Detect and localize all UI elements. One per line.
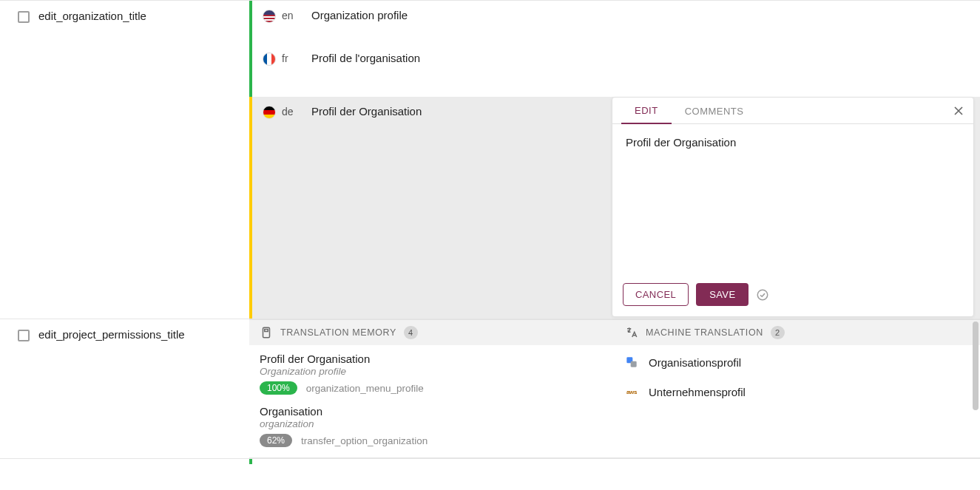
mt-item[interactable]: Organisationsprofil — [625, 353, 970, 372]
translations-column: en Organization profile fr Profil de l'o… — [249, 1, 980, 319]
tm-item-title: Profil der Organisation — [260, 353, 604, 365]
tm-item-source: organization — [260, 418, 604, 429]
translation-text: Profil de l'organisation — [311, 51, 968, 64]
tab-comments[interactable]: COMMENTS — [672, 98, 757, 123]
tm-item-key: organization_menu_profile — [306, 383, 424, 394]
mt-text: Organisationsprofil — [649, 356, 741, 369]
scrollbar[interactable] — [973, 321, 979, 410]
close-icon[interactable] — [951, 103, 966, 118]
svg-rect-4 — [631, 361, 637, 367]
lang-code: de — [282, 106, 311, 118]
tm-column: TRANSLATION MEMORY 4 Profil der Organisa… — [249, 320, 615, 457]
status-bar — [249, 44, 252, 97]
match-score: 62% — [260, 434, 292, 447]
key-cell: edit_organization_title — [0, 1, 249, 319]
flag-de-icon — [263, 106, 276, 119]
save-button[interactable]: SAVE — [696, 283, 748, 306]
match-score: 100% — [260, 381, 297, 395]
tm-header-label: TRANSLATION MEMORY — [280, 327, 396, 338]
tm-item[interactable]: Profil der Organisation Organization pro… — [260, 353, 604, 395]
translations-column: TRANSLATION MEMORY 4 Profil der Organisa… — [249, 319, 980, 458]
mt-column: MACHINE TRANSLATION 2 Organisationsprofi… — [615, 320, 980, 457]
key-row: edit_organization_title en Organization … — [0, 0, 980, 319]
tm-count: 4 — [404, 326, 418, 339]
svg-rect-2 — [265, 330, 268, 332]
mt-body: Organisationsprofil aws Unternehmensprof… — [615, 345, 980, 412]
mt-header-label: MACHINE TRANSLATION — [646, 327, 763, 338]
key-name[interactable]: edit_project_permissions_title — [38, 328, 185, 341]
memory-icon — [260, 326, 273, 339]
status-bar — [249, 1, 252, 44]
checkbox[interactable] — [18, 11, 30, 23]
tm-item-title: Organisation — [260, 405, 604, 418]
tm-item-key: transfer_option_organization — [301, 435, 428, 446]
flag-fr-icon — [263, 52, 276, 66]
mt-header: MACHINE TRANSLATION 2 — [615, 320, 980, 345]
editor-body — [612, 124, 973, 276]
translation-row-en[interactable]: en Organization profile — [249, 1, 980, 44]
editor-tabs: EDIT COMMENTS — [612, 98, 973, 124]
flag-us-icon — [263, 10, 276, 23]
editor-panel: EDIT COMMENTS CANCEL SAVE — [612, 97, 974, 317]
mt-item[interactable]: aws Unternehmensprofil — [625, 382, 970, 401]
mt-text: Unternehmensprofil — [649, 386, 746, 398]
tm-body: Profil der Organisation Organization pro… — [249, 345, 615, 457]
suggestions-panel: TRANSLATION MEMORY 4 Profil der Organisa… — [249, 319, 980, 458]
check-circle-icon[interactable] — [756, 288, 769, 302]
translate-icon — [625, 326, 638, 339]
tab-edit[interactable]: EDIT — [621, 98, 672, 124]
cancel-button[interactable]: CANCEL — [623, 283, 689, 306]
tm-item-source: Organization profile — [260, 366, 604, 377]
checkbox[interactable] — [18, 330, 30, 341]
status-bar — [249, 459, 252, 464]
lang-code: en — [282, 10, 311, 21]
svg-point-0 — [758, 290, 768, 300]
aws-translate-icon: aws — [625, 385, 638, 398]
next-row-stub — [0, 458, 980, 464]
editor-actions: CANCEL SAVE — [612, 276, 973, 316]
tm-item[interactable]: Organisation organization 62% transfer_o… — [260, 405, 604, 447]
translation-row-de-wrapper: de Profil der Organisation EDIT COMMENTS… — [249, 97, 980, 319]
lang-code: fr — [282, 52, 311, 64]
key-name[interactable]: edit_organization_title — [38, 10, 146, 22]
translation-input[interactable] — [624, 135, 962, 213]
key-cell: edit_project_permissions_title — [0, 319, 249, 458]
status-bar — [249, 97, 252, 319]
tm-header: TRANSLATION MEMORY 4 — [249, 320, 615, 345]
key-row: edit_project_permissions_title TRANSLATI… — [0, 319, 980, 458]
translation-text: Organization profile — [311, 8, 968, 21]
mt-count: 2 — [771, 326, 785, 339]
google-translate-icon — [625, 355, 638, 369]
translation-row-fr[interactable]: fr Profil de l'organisation — [249, 44, 980, 97]
